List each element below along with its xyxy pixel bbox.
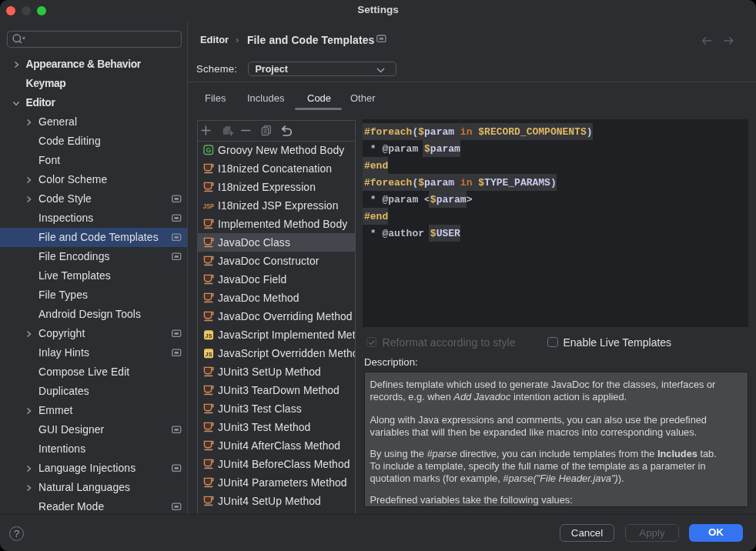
svg-text:JS: JS	[206, 351, 212, 358]
svg-text:JSP: JSP	[203, 202, 214, 210]
svg-text:G: G	[206, 146, 211, 154]
svg-text:JS: JS	[206, 332, 212, 339]
